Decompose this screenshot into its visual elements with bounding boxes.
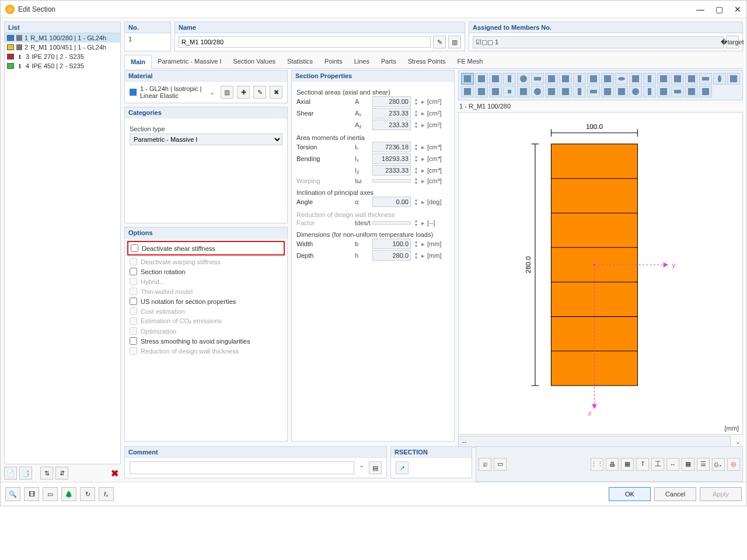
shape-button-18[interactable] bbox=[713, 73, 726, 85]
property-value[interactable]: 0.00 bbox=[372, 197, 411, 207]
rsection-launch-icon[interactable]: ➚ bbox=[396, 461, 409, 474]
option-us-notation-for-section-properties[interactable]: US notation for section properties bbox=[130, 296, 282, 306]
refresh-icon[interactable]: ↻ bbox=[80, 487, 95, 501]
comment-caret-icon[interactable]: ⌄ bbox=[357, 461, 366, 474]
tab-section-values[interactable]: Section Values bbox=[227, 55, 281, 68]
option-stress-smoothing-to-avoid-singularities[interactable]: Stress smoothing to avoid singularities bbox=[130, 336, 282, 346]
shape-button-9[interactable] bbox=[587, 73, 600, 85]
name-edit-icon[interactable]: ✎ bbox=[433, 36, 446, 48]
spinner-icon[interactable]: ▴▾ bbox=[413, 166, 419, 174]
shape-button-14[interactable] bbox=[657, 73, 670, 85]
arrow-icon[interactable]: ▸ bbox=[421, 252, 425, 260]
help-icon[interactable]: 🔍 bbox=[5, 487, 20, 501]
shape-button-3[interactable] bbox=[503, 73, 516, 85]
copy-button[interactable]: 📑 bbox=[19, 467, 32, 480]
video-icon[interactable]: 🎞 bbox=[24, 487, 39, 501]
tree-icon[interactable]: 🌲 bbox=[61, 487, 76, 501]
material-delete-icon[interactable]: ✖ bbox=[270, 86, 282, 99]
arrow-icon[interactable]: ▸ bbox=[421, 167, 425, 174]
spinner-icon[interactable]: ▴▾ bbox=[413, 143, 419, 151]
shape-button-34[interactable] bbox=[657, 86, 670, 97]
shape-button-10[interactable] bbox=[601, 73, 614, 85]
name-library-icon[interactable]: ▥ bbox=[448, 36, 461, 48]
shape-button-36[interactable] bbox=[685, 86, 698, 97]
shape-button-24[interactable] bbox=[517, 86, 530, 97]
arrow-icon[interactable]: ▸ bbox=[421, 121, 425, 129]
shape-button-19[interactable] bbox=[727, 73, 740, 85]
preview-tool-grid[interactable]: ▦ bbox=[682, 458, 694, 471]
close-button[interactable]: ✕ bbox=[734, 5, 742, 13]
material-library-icon[interactable]: ▥ bbox=[221, 86, 233, 99]
property-value[interactable]: 233.33 bbox=[372, 120, 411, 130]
preview-tool-target[interactable]: ◎ bbox=[727, 458, 740, 471]
assigned-pick-icon[interactable]: �target bbox=[726, 36, 739, 48]
minimize-button[interactable]: — bbox=[696, 5, 704, 13]
shape-button-23[interactable] bbox=[503, 86, 516, 97]
spinner-icon[interactable]: ▴▾ bbox=[413, 121, 419, 129]
arrow-icon[interactable]: ▸ bbox=[421, 110, 425, 117]
shape-button-11[interactable] bbox=[615, 73, 628, 85]
option-checkbox[interactable] bbox=[130, 337, 137, 345]
shape-button-20[interactable] bbox=[461, 86, 474, 97]
property-value[interactable]: 18293.33 bbox=[372, 153, 411, 164]
spinner-icon[interactable]: ▴▾ bbox=[413, 240, 419, 248]
material-dropdown-icon[interactable]: ⌄ bbox=[207, 89, 217, 96]
assigned-value[interactable]: ☑▢▢ 1 bbox=[473, 36, 724, 48]
sort-asc-button[interactable]: ⇅ bbox=[40, 467, 53, 480]
section-list-item[interactable]: 1R_M1 100/280 | 1 - GL24h bbox=[5, 33, 120, 43]
cancel-button[interactable]: Cancel bbox=[654, 487, 696, 501]
shape-button-27[interactable] bbox=[559, 86, 572, 97]
shape-button-28[interactable] bbox=[573, 86, 586, 97]
spinner-icon[interactable]: ▴▾ bbox=[413, 198, 419, 206]
preview-tool-2[interactable]: ▭ bbox=[494, 458, 507, 471]
shape-button-31[interactable] bbox=[615, 86, 628, 97]
shape-button-12[interactable] bbox=[629, 73, 642, 85]
option-checkbox[interactable] bbox=[130, 268, 137, 275]
name-input[interactable] bbox=[179, 36, 431, 48]
tab-parts[interactable]: Parts bbox=[375, 55, 402, 68]
shape-button-6[interactable] bbox=[545, 73, 558, 85]
shape-button-16[interactable] bbox=[685, 73, 698, 85]
preview-tool-ibeam[interactable]: 工 bbox=[651, 458, 664, 471]
new-button[interactable]: 📄 bbox=[4, 467, 17, 480]
preview-tool-dim[interactable]: ↔ bbox=[666, 458, 679, 471]
preview-tool-1[interactable]: ⎚ bbox=[479, 458, 491, 471]
section-list[interactable]: 1R_M1 100/280 | 1 - GL24h2R_M1 100/451 |… bbox=[4, 33, 121, 464]
sort-desc-button[interactable]: ⇵ bbox=[55, 467, 68, 480]
shape-button-30[interactable] bbox=[601, 86, 614, 97]
spinner-icon[interactable]: ▴▾ bbox=[413, 251, 419, 260]
shape-button-7[interactable] bbox=[559, 73, 572, 85]
preview-info-caret-icon[interactable]: ⌄ bbox=[733, 438, 743, 446]
shape-button-0[interactable] bbox=[461, 73, 474, 85]
tab-lines[interactable]: Lines bbox=[348, 55, 375, 68]
comment-library-icon[interactable]: ▤ bbox=[369, 461, 382, 474]
material-new-icon[interactable]: ✚ bbox=[237, 86, 250, 99]
shape-button-21[interactable] bbox=[475, 86, 488, 97]
property-value[interactable]: 2333.33 bbox=[372, 165, 411, 176]
arrow-icon[interactable]: ▸ bbox=[421, 144, 425, 151]
spinner-icon[interactable]: ▴▾ bbox=[413, 109, 419, 117]
arrow-icon[interactable]: ▸ bbox=[421, 198, 425, 206]
arrow-icon[interactable]: ▸ bbox=[421, 98, 425, 106]
script-icon[interactable]: fₓ bbox=[99, 487, 114, 501]
option-deactivate-shear-stiffness[interactable]: Deactivate shear stiffness bbox=[131, 243, 281, 253]
section-type-select[interactable]: Parametric - Massive I bbox=[130, 134, 282, 145]
tab-fe-mesh[interactable]: FE Mesh bbox=[451, 55, 488, 68]
shape-button-15[interactable] bbox=[671, 73, 684, 85]
spinner-icon[interactable]: ▴▾ bbox=[413, 97, 419, 106]
arrow-icon[interactable]: ▸ bbox=[421, 240, 425, 248]
property-value[interactable]: 280.00 bbox=[372, 96, 411, 107]
property-value[interactable]: 233.33 bbox=[372, 108, 411, 118]
shape-button-26[interactable] bbox=[545, 86, 558, 97]
apply-button[interactable]: Apply bbox=[700, 487, 742, 501]
shape-button-5[interactable] bbox=[531, 73, 544, 85]
spinner-icon[interactable]: ▴▾ bbox=[413, 155, 419, 163]
shape-button-2[interactable] bbox=[489, 73, 502, 85]
shape-button-13[interactable] bbox=[643, 73, 656, 85]
preview-tool-list[interactable]: ☰ bbox=[697, 458, 710, 471]
preview-tool-layers[interactable]: ▦ bbox=[621, 458, 634, 471]
window-icon[interactable]: ▭ bbox=[43, 487, 58, 501]
material-edit-icon[interactable]: ✎ bbox=[253, 86, 266, 99]
shape-button-8[interactable] bbox=[573, 73, 586, 85]
shape-button-25[interactable] bbox=[531, 86, 544, 97]
